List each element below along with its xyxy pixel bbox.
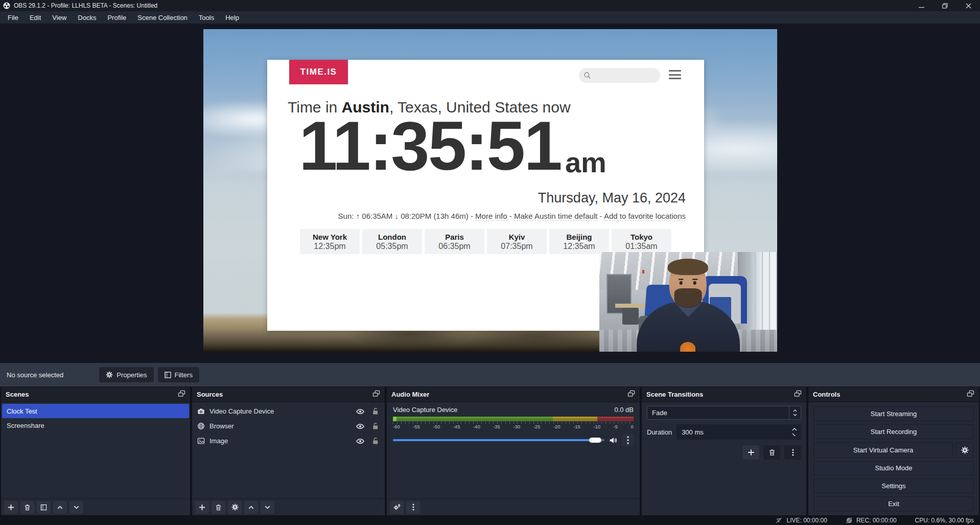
close-button[interactable] — [956, 0, 980, 11]
spin-up-icon[interactable] — [792, 428, 797, 431]
scene-item-clock-test[interactable]: Clock Test — [2, 404, 189, 418]
preview-canvas[interactable]: TIME.IS Time in Austin, Texas, United St… — [203, 29, 777, 353]
menu-scene-collection[interactable]: Scene Collection — [132, 12, 193, 24]
exit-button[interactable]: Exit — [813, 496, 974, 511]
scenes-title: Scenes — [6, 391, 29, 398]
visibility-eye-icon[interactable] — [356, 408, 364, 415]
minimize-button[interactable] — [909, 0, 933, 11]
remove-source-button[interactable] — [212, 501, 225, 514]
add-favorite-link: Add to favorite locations — [604, 212, 686, 221]
window-title: OBS 29.1.2 - Profile: LLHLS BETA - Scene… — [14, 2, 157, 9]
mixer-menu-button[interactable] — [406, 501, 420, 514]
search-icon — [584, 72, 591, 79]
menu-edit[interactable]: Edit — [24, 12, 46, 24]
lock-icon[interactable] — [372, 437, 379, 445]
source-move-up-button[interactable] — [244, 501, 258, 514]
menu-bar: File Edit View Docks Profile Scene Colle… — [0, 11, 980, 24]
popout-icon[interactable] — [372, 390, 380, 399]
speaker-icon[interactable] — [609, 437, 618, 444]
volume-slider[interactable] — [393, 437, 604, 443]
status-bar: LIVE: 00:00:00 REC: 00:00:00 CPU: 0.6%, … — [0, 515, 980, 525]
advanced-audio-button[interactable] — [390, 501, 404, 514]
scene-move-down-button[interactable] — [69, 501, 83, 514]
city-tile: New York12:35pm — [300, 229, 360, 254]
scene-filters-button[interactable] — [37, 501, 51, 514]
globe-icon — [197, 422, 205, 430]
combo-arrows-icon[interactable] — [789, 406, 801, 419]
transition-properties-button[interactable] — [784, 445, 801, 460]
transition-select[interactable]: Fade — [647, 406, 801, 420]
gear-icon — [961, 446, 969, 454]
source-item-video-capture[interactable]: Video Capture Device — [192, 404, 385, 419]
start-virtual-camera-button[interactable]: Start Virtual Camera — [813, 442, 953, 458]
city-tile: Paris06:35pm — [425, 229, 484, 254]
volume-meter — [393, 417, 634, 421]
scene-move-up-button[interactable] — [53, 501, 67, 514]
menu-view[interactable]: View — [46, 12, 72, 24]
scene-transitions-panel: Scene Transitions Fade Duration 300 ms — [642, 387, 806, 515]
dock-panels: Scenes Clock Test Screenshare Sources Vi… — [0, 387, 980, 515]
studio-mode-button[interactable]: Studio Mode — [813, 461, 974, 476]
popout-icon[interactable] — [178, 390, 185, 399]
settings-button[interactable]: Settings — [813, 478, 974, 493]
source-item-image[interactable]: Image — [192, 433, 385, 448]
start-streaming-button[interactable]: Start Streaming — [813, 406, 974, 421]
mixer-title: Audio Mixer — [391, 391, 429, 398]
popout-icon[interactable] — [967, 390, 974, 399]
preview-area: TIME.IS Time in Austin, Texas, United St… — [0, 24, 980, 363]
hamburger-menu-icon — [669, 70, 681, 79]
mixer-level-db: 0.0 dB — [614, 406, 634, 414]
meter-scale: -60-55-50-45-40-35-30-25-20-15-10-50 — [393, 424, 634, 429]
duration-spinbox[interactable]: 300 ms — [676, 424, 801, 440]
camera-icon — [197, 407, 205, 415]
menu-file[interactable]: File — [2, 12, 24, 24]
city-tile: London05:35pm — [362, 229, 422, 254]
selection-status: No source selected — [7, 371, 63, 379]
add-transition-button[interactable] — [742, 445, 759, 460]
menu-tools[interactable]: Tools — [193, 12, 220, 24]
filters-button[interactable]: Filters — [158, 367, 199, 382]
menu-help[interactable]: Help — [220, 12, 245, 24]
timeis-sun-line: Sun: ↑ 06:35AM ↓ 08:20PM (13h 46m) - Mor… — [338, 212, 686, 220]
start-recording-button[interactable]: Start Recording — [813, 424, 974, 439]
mixer-channel-name: Video Capture Device — [393, 406, 457, 414]
timeis-date: Thursday, May 16, 2024 — [538, 190, 686, 206]
obs-logo-icon — [3, 2, 10, 9]
lock-icon[interactable] — [372, 407, 379, 415]
more-info-link: More info — [475, 212, 507, 221]
city-tile: Kyiv07:35pm — [487, 229, 547, 254]
volume-slider-handle[interactable] — [589, 438, 601, 443]
visibility-eye-icon[interactable] — [356, 438, 364, 445]
record-inactive-icon — [846, 517, 853, 524]
image-icon — [197, 437, 205, 445]
source-move-down-button[interactable] — [261, 501, 274, 514]
remove-scene-button[interactable] — [20, 501, 34, 514]
visibility-eye-icon[interactable] — [356, 423, 364, 430]
popout-icon[interactable] — [794, 390, 802, 399]
world-cities-row: New York12:35pm London05:35pm Paris06:35… — [267, 229, 704, 254]
restore-button[interactable] — [933, 0, 956, 11]
add-source-button[interactable] — [195, 501, 209, 514]
cpu-status: CPU: 0.6%, 30.00 fps — [915, 517, 974, 524]
remove-transition-button[interactable] — [763, 445, 780, 460]
city-tile: Tokyo01:35am — [612, 229, 671, 254]
timeis-search-box — [579, 68, 660, 83]
live-status: LIVE: 00:00:00 — [775, 517, 827, 524]
scene-item-screenshare[interactable]: Screenshare — [2, 418, 189, 432]
virtual-camera-settings-button[interactable] — [955, 442, 974, 458]
source-properties-button[interactable] — [228, 501, 242, 514]
webcam-overlay[interactable] — [599, 252, 777, 352]
popout-icon[interactable] — [627, 390, 635, 399]
gear-icon — [231, 504, 239, 511]
city-tile: Beijing12:35am — [549, 229, 609, 254]
add-scene-button[interactable] — [4, 501, 18, 514]
menu-docks[interactable]: Docks — [72, 12, 102, 24]
spin-down-icon[interactable] — [792, 433, 797, 436]
menu-profile[interactable]: Profile — [102, 12, 132, 24]
source-item-browser[interactable]: Browser — [192, 419, 385, 433]
properties-button[interactable]: Properties — [99, 367, 153, 382]
audio-mixer-panel: Audio Mixer Video Capture Device 0.0 dB … — [387, 387, 640, 515]
mixer-channel-menu-button[interactable] — [622, 433, 634, 447]
controls-title: Controls — [813, 391, 840, 398]
lock-icon[interactable] — [372, 422, 379, 430]
